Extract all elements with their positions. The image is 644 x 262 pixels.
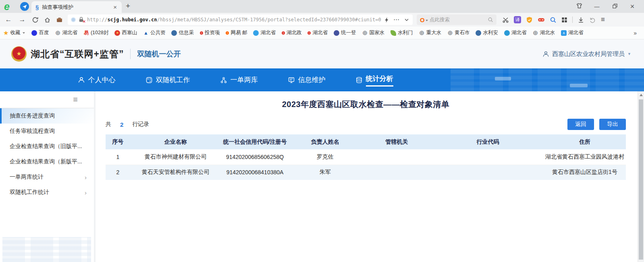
result-table: 序号 企业名称 统一社会信用代码/注册号 负责人姓名 管辖机关 行业代码 住所 … (106, 134, 626, 180)
bookmark-item[interactable]: 湖北省 (253, 29, 276, 36)
table-row: 1 黄石市神州建材有限公司 91420200685606258Q 罗克佐 湖北省… (106, 149, 626, 165)
bookmark-item[interactable]: 统一登 (334, 29, 356, 36)
bookmark-item[interactable]: 水利门 (391, 29, 413, 36)
extension-icons: 译 ≡ (502, 16, 605, 24)
sidebar-item-enterprise-result-query-new[interactable]: 企业检查结果查询（新版平... (0, 154, 94, 169)
sidebar-item-enterprise-result-query-old[interactable]: 企业检查结果查询（旧版平... (0, 139, 94, 154)
window-controls: — × (573, 0, 638, 13)
sidebar-collapse-icon[interactable]: ≡ (73, 95, 78, 104)
back-button[interactable]: 返回 (567, 119, 594, 130)
scissors-icon[interactable] (502, 17, 509, 23)
main-panel: 2023年度西塞山区取水检查——检查对象清单 共 2 行记录 返回 导出 序号 … (97, 91, 638, 262)
bookmark-favicon (143, 30, 149, 36)
sidebar-item-task-audit-flow-query[interactable]: 任务审核流程查询 (0, 124, 94, 139)
sidebar-item-task-progress-query[interactable]: 抽查任务进度查询 (0, 108, 94, 124)
forward-button[interactable]: → (15, 16, 29, 24)
search-box[interactable]: O (417, 14, 497, 25)
user-name: 西塞山区农业农村局管理员 (552, 50, 625, 58)
tab-close-icon[interactable]: × (112, 4, 118, 10)
header-divider (130, 49, 131, 59)
theme-tshirt-icon[interactable] (573, 2, 585, 10)
bookmark-item[interactable]: 湖北政 (282, 29, 302, 36)
bookmark-item[interactable]: 湖北省 (561, 29, 584, 36)
bookmark-item[interactable]: 百度 (31, 29, 49, 36)
sidebar-item-double-random-work-stats[interactable]: 双随机工作统计 › (0, 185, 94, 200)
minimize-button[interactable]: — (591, 4, 603, 10)
browser-menu-icon[interactable]: ≡ (601, 16, 605, 24)
site-info-icon[interactable] (71, 17, 76, 22)
sidebar-item-one-list-two-libraries-stats[interactable]: 一单两库统计 › (0, 169, 94, 185)
reload-button[interactable] (29, 17, 41, 23)
bookmark-favicon (561, 30, 567, 36)
bookmark-item[interactable]: 重大水 (419, 29, 441, 36)
bookmark-list: 百度 湖北省 (1028封 西塞山 (31, 29, 631, 36)
scrollbar-up-arrow[interactable] (640, 94, 643, 96)
download-icon[interactable] (578, 17, 584, 23)
bookmark-favicon (391, 30, 396, 36)
nav-item-statistics[interactable]: 统计分析 (355, 74, 393, 86)
bookmark-item[interactable]: 公共资 (143, 29, 166, 36)
bookmark-item[interactable]: 西塞山 (114, 29, 137, 36)
search-icon[interactable] (488, 17, 493, 23)
back-button[interactable]: ← (2, 16, 15, 24)
favorites-label: 收藏 (10, 29, 20, 36)
home-button[interactable] (41, 17, 53, 23)
search-engine-caret-icon[interactable] (426, 20, 428, 21)
url-text[interactable]: http://scjg.hubei.gov.cn/hbssj/meta/HBSS… (87, 17, 381, 23)
finder-icon[interactable] (550, 17, 557, 23)
bookmark-item[interactable]: 国家水 (362, 29, 384, 36)
bookmark-item[interactable]: 网易 邮 (226, 29, 247, 36)
dice-icon (145, 76, 153, 84)
bookmark-item[interactable]: 湖北水 (532, 29, 555, 36)
bookmark-item[interactable]: 湖北省 (504, 29, 527, 36)
address-bar[interactable]: ✕ http://scjg.hubei.gov.cn/hbssj/meta/HB… (68, 14, 413, 25)
export-button[interactable]: 导出 (599, 119, 626, 130)
browser-logo-icon[interactable]: e (4, 1, 10, 12)
bookmark-item[interactable]: 湖北省 (307, 29, 328, 36)
bookmark-favicon (447, 30, 453, 36)
vertical-scrollbar[interactable] (638, 91, 644, 262)
nav-item-info-maintenance[interactable]: 信息维护 (288, 75, 326, 85)
bookmark-item[interactable]: 投资项 (200, 29, 220, 36)
browser-tab[interactable]: § 抽查事项维护 × (31, 1, 122, 13)
quick-launch-icon[interactable] (20, 2, 29, 11)
close-button[interactable]: × (626, 2, 638, 11)
bookmark-favicon (419, 30, 424, 36)
restore-button[interactable] (609, 3, 621, 10)
briefcase-icon[interactable] (53, 17, 65, 23)
browser-window: e § 抽查事项维护 × + — × ← → (0, 0, 644, 262)
bookmark-item[interactable]: 黄石市 (447, 29, 470, 36)
toolbar-divider (572, 17, 573, 23)
translate-icon[interactable]: 译 (514, 16, 521, 23)
new-tab-button[interactable]: + (126, 2, 130, 10)
bookmarks-overflow-chevron[interactable]: » (634, 30, 637, 36)
more-actions-icon[interactable]: ··· (394, 17, 400, 23)
undo-icon[interactable] (589, 17, 596, 23)
nodes-icon (220, 76, 227, 84)
nav-item-double-random-work[interactable]: 双随机工作 (145, 75, 190, 85)
user-menu[interactable]: 西塞山区农业农村局管理员 ▼ (542, 39, 631, 68)
bookmark-item[interactable]: (1028封 (83, 29, 108, 36)
shield-icon[interactable] (526, 17, 533, 23)
bookmark-favorites[interactable]: ★ 收藏 (3, 29, 25, 37)
browser-toolbar: ← → ✕ http://scjg.hubei.gov.cn/hbssj/met… (0, 13, 644, 27)
tab-favicon-icon: § (35, 4, 39, 10)
nav-item-personal-center[interactable]: 个人中心 (78, 75, 116, 85)
lightning-icon[interactable] (384, 17, 390, 23)
chevron-down-icon (23, 32, 25, 34)
search-input[interactable] (430, 17, 488, 23)
nav-item-one-list-two-libraries[interactable]: 一单两库 (220, 75, 258, 85)
bookmark-item[interactable]: 水利安 (476, 29, 498, 36)
chevron-down-icon[interactable] (404, 17, 409, 23)
bookmark-favicon (504, 30, 510, 36)
col-credit-code: 统一社会信用代码/注册号 (221, 134, 289, 149)
site-header: 湖北省“互联网+监管” 双随机一公开 西塞山区农业农村局管理员 ▼ (0, 39, 644, 68)
chevron-right-icon: › (85, 174, 87, 181)
apps-grid-icon[interactable] (561, 17, 567, 23)
gamepad-icon[interactable] (538, 16, 545, 23)
bookmark-item[interactable]: 湖北省 (55, 29, 77, 36)
bookmark-item[interactable]: 信息采 (171, 29, 194, 36)
scrollbar-thumb[interactable] (639, 99, 643, 260)
table-header-row: 序号 企业名称 统一社会信用代码/注册号 负责人姓名 管辖机关 行业代码 住所 (106, 134, 626, 149)
search-engine-icon[interactable]: O (420, 17, 425, 23)
